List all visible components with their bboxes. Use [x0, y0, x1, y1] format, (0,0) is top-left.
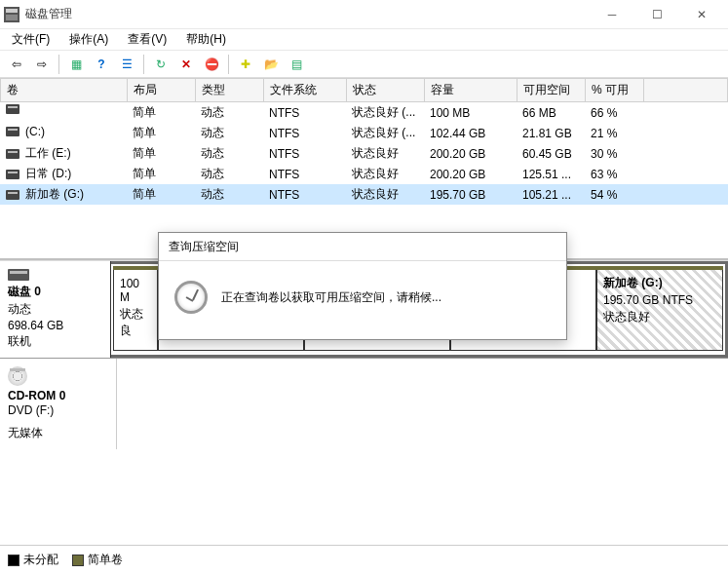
dialog-message: 正在查询卷以获取可用压缩空间，请稍候...	[221, 289, 441, 306]
cdrom-type: DVD (F:)	[8, 403, 108, 417]
refresh-icon: ↻	[156, 57, 166, 71]
partition[interactable]: 新加卷 (G:)195.70 GB NTFS状态良好	[596, 268, 723, 351]
volume-row[interactable]: 工作 (E:)简单动态NTFS状态良好200.20 GB60.45 GB30 %	[0, 143, 728, 164]
partition-status: 状态良好	[603, 309, 716, 325]
column-headers[interactable]: 卷 布局 类型 文件系统 状态 容量 可用空间 % 可用	[1, 79, 728, 102]
col-status[interactable]: 状态	[347, 79, 425, 102]
remove-button[interactable]: ✕	[175, 54, 197, 75]
menu-help[interactable]: 帮助(H)	[176, 29, 236, 50]
app-icon	[4, 7, 19, 22]
refresh-button[interactable]: ↻	[150, 54, 172, 75]
legend-unallocated: 未分配	[8, 552, 58, 568]
legend-simple: 简单卷	[72, 552, 123, 568]
partition-title: 新加卷 (G:)	[603, 275, 716, 291]
col-capacity[interactable]: 容量	[425, 79, 517, 102]
col-free[interactable]: 可用空间	[517, 79, 586, 102]
col-type[interactable]: 类型	[196, 79, 264, 102]
help-icon: ?	[97, 57, 104, 71]
disk-0-type: 动态	[8, 301, 102, 318]
arrow-right-icon: ⇨	[37, 57, 47, 71]
cdrom-empty	[117, 359, 728, 449]
swatch-simple	[72, 555, 84, 566]
volume-name: (C:)	[25, 125, 45, 138]
shrink-query-dialog: 查询压缩空间 正在查询卷以获取可用压缩空间，请稍候...	[158, 232, 567, 340]
volume-icon	[6, 104, 19, 114]
volume-name: 日常 (D:)	[25, 166, 71, 182]
cdrom-icon	[8, 366, 27, 386]
disk-0-name: 磁盘 0	[8, 284, 102, 300]
dialog-title: 查询压缩空间	[169, 239, 239, 255]
dialog-titlebar[interactable]: 查询压缩空间	[159, 233, 566, 260]
titlebar: 磁盘管理 ─ ☐ ✕	[0, 0, 728, 29]
panes-icon: ▦	[71, 57, 82, 71]
menu-action[interactable]: 操作(A)	[59, 29, 118, 50]
menu-view[interactable]: 查看(V)	[118, 29, 176, 50]
list-icon: ▤	[291, 57, 302, 71]
new-button[interactable]: ✚	[235, 54, 256, 75]
cdrom-name: CD-ROM 0	[8, 389, 108, 402]
col-volume[interactable]: 卷	[1, 79, 128, 102]
cdrom-header[interactable]: CD-ROM 0 DVD (F:) 无媒体	[0, 359, 117, 449]
partition-status: 状态良	[120, 306, 151, 339]
volume-name: 新加卷 (G:)	[25, 186, 84, 203]
volume-table-body[interactable]: 简单动态NTFS状态良好 (...100 MB66 MB66 %(C:)简单动态…	[0, 102, 728, 205]
window-title: 磁盘管理	[25, 6, 72, 22]
cdrom-status: 无媒体	[8, 425, 108, 441]
eject-button[interactable]: ⛔	[201, 54, 222, 75]
volume-row[interactable]: 新加卷 (G:)简单动态NTFS状态良好195.70 GB105.21 ...5…	[0, 184, 728, 205]
swatch-unallocated	[8, 555, 19, 566]
clock-icon	[174, 281, 208, 314]
disk-0-header[interactable]: 磁盘 0 动态 698.64 GB 联机	[0, 261, 111, 358]
back-button[interactable]: ⇦	[6, 54, 27, 75]
volume-row[interactable]: (C:)简单动态NTFS状态良好 (...102.44 GB21.81 GB21…	[0, 123, 728, 143]
col-pctfree[interactable]: % 可用	[586, 79, 644, 102]
volume-icon	[6, 127, 19, 136]
properties-icon: ☰	[122, 57, 133, 71]
volume-row[interactable]: 简单动态NTFS状态良好 (...100 MB66 MB66 %	[0, 102, 728, 123]
list-button[interactable]: ▤	[286, 54, 307, 75]
volume-row[interactable]: 日常 (D:)简单动态NTFS状态良好200.20 GB125.51 ...63…	[0, 164, 728, 184]
col-fs[interactable]: 文件系统	[264, 79, 347, 102]
toolbar: ⇦ ⇨ ▦ ? ☰ ↻ ✕ ⛔ ✚ 📂 ▤	[0, 51, 728, 78]
volume-icon	[6, 170, 19, 179]
open-button[interactable]: 📂	[260, 54, 282, 75]
volume-icon	[6, 190, 19, 200]
properties-button[interactable]: ☰	[116, 54, 137, 75]
partition-size: 100 M	[120, 277, 151, 304]
panes-button[interactable]: ▦	[65, 54, 87, 75]
disk-0-status: 联机	[8, 333, 102, 350]
col-layout[interactable]: 布局	[128, 79, 196, 102]
help-button[interactable]: ?	[91, 54, 112, 75]
partition-size: 195.70 GB NTFS	[603, 293, 716, 307]
close-button[interactable]: ✕	[679, 0, 724, 29]
volume-table[interactable]: 卷 布局 类型 文件系统 状态 容量 可用空间 % 可用	[0, 78, 728, 102]
eject-icon: ⛔	[205, 57, 219, 71]
minimize-button[interactable]: ─	[590, 0, 634, 29]
legend-bar: 未分配 简单卷	[0, 545, 728, 574]
volume-icon	[6, 149, 19, 159]
maximize-button[interactable]: ☐	[634, 0, 679, 29]
disk-0-size: 698.64 GB	[8, 319, 102, 332]
folder-icon: 📂	[264, 57, 279, 71]
menu-file[interactable]: 文件(F)	[2, 29, 59, 50]
menubar: 文件(F) 操作(A) 查看(V) 帮助(H)	[0, 29, 728, 51]
forward-button[interactable]: ⇨	[31, 54, 53, 75]
volume-name: 工作 (E:)	[25, 145, 71, 162]
new-icon: ✚	[241, 57, 250, 71]
arrow-left-icon: ⇦	[12, 57, 21, 71]
partition[interactable]: 100 M状态良	[113, 268, 158, 351]
cdrom-row: CD-ROM 0 DVD (F:) 无媒体	[0, 359, 728, 449]
remove-icon: ✕	[181, 57, 191, 71]
disk-icon	[8, 269, 29, 281]
